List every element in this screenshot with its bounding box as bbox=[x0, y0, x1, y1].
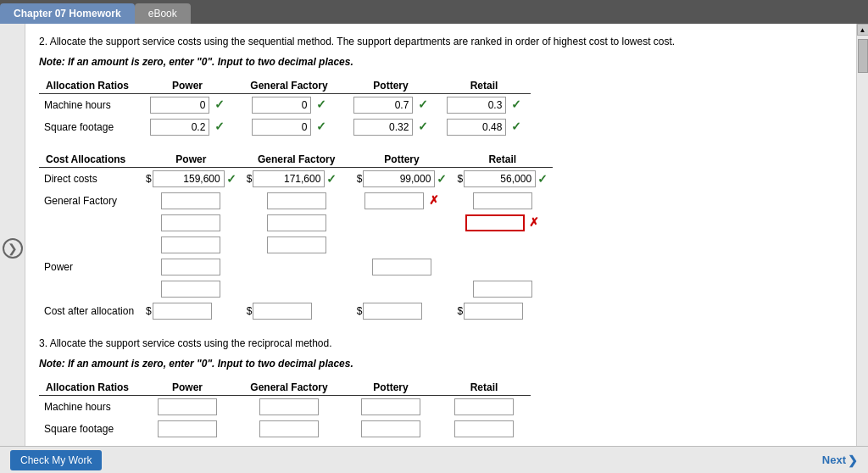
s3-input-mh-pottery[interactable] bbox=[361, 398, 420, 415]
s3-cell-mh-genfact bbox=[234, 396, 344, 419]
input-sub1-retail[interactable] bbox=[465, 214, 525, 231]
input-gf-genfact[interactable] bbox=[267, 192, 326, 209]
s3-cell-mh-retail bbox=[437, 396, 531, 419]
s3-col-power: Power bbox=[141, 380, 234, 396]
input-dc-genfact[interactable] bbox=[253, 170, 325, 187]
input-pw2-power[interactable] bbox=[161, 281, 220, 298]
input-sqft-pottery[interactable] bbox=[353, 119, 413, 136]
left-panel-toggle[interactable]: ❯ bbox=[0, 24, 25, 473]
tab-ebook-label: eBook bbox=[148, 8, 177, 19]
input-sub2-power[interactable] bbox=[161, 236, 220, 253]
cell-gf-pottery: ✗ bbox=[352, 190, 453, 212]
tab-chapter07[interactable]: Chapter 07 Homework bbox=[0, 3, 135, 24]
row-machine-hours-label: Machine hours bbox=[39, 94, 141, 117]
empty-label-3 bbox=[39, 278, 141, 300]
check-dc-power: ✓ bbox=[226, 172, 236, 186]
scroll-track bbox=[857, 36, 869, 461]
dollar-dc-retail: $ bbox=[457, 173, 463, 185]
cell-sqft-retail: ✓ bbox=[437, 116, 531, 138]
input-mh-genfact[interactable] bbox=[252, 97, 311, 114]
scroll-thumb[interactable] bbox=[858, 39, 868, 73]
s3-input-sqft-retail[interactable] bbox=[454, 420, 514, 437]
table-row: Machine hours ✓ ✓ ✓ ✓ bbox=[39, 94, 531, 117]
alloc-col-retail: Retail bbox=[437, 78, 531, 94]
cell-pw-power bbox=[141, 256, 242, 278]
s3-col-genfact: General Factory bbox=[234, 380, 344, 396]
input-pw-pottery[interactable] bbox=[372, 259, 431, 275]
section3-instruction: 3. Allocate the support service costs us… bbox=[39, 336, 843, 351]
input-dc-pottery[interactable] bbox=[363, 170, 435, 187]
input-sqft-retail[interactable] bbox=[447, 119, 506, 136]
gen-factory-label: General Factory bbox=[39, 190, 141, 212]
next-arrow-icon: ❯ bbox=[848, 454, 858, 467]
cost-col-power: Power bbox=[141, 152, 242, 168]
cell-pw2-pottery bbox=[352, 278, 453, 300]
cell-ca-power: $ bbox=[141, 300, 242, 322]
cell-dc-pottery: $ ✓ bbox=[352, 168, 453, 191]
allocation-ratios-table: Allocation Ratios Power General Factory … bbox=[39, 78, 531, 138]
x-gf-pottery: ✗ bbox=[429, 193, 439, 207]
input-pw-power[interactable] bbox=[161, 259, 220, 275]
table-row: Direct costs $ ✓ $ ✓ bbox=[39, 168, 553, 191]
alloc-col-pottery: Pottery bbox=[344, 78, 437, 94]
check-mh-pottery: ✓ bbox=[418, 97, 428, 111]
next-button[interactable]: Next ❯ bbox=[822, 454, 858, 467]
input-ca-genfact[interactable] bbox=[253, 303, 312, 320]
input-sub1-power[interactable] bbox=[161, 214, 220, 231]
section2-instruction: 2. Allocate the support service costs us… bbox=[39, 34, 843, 49]
input-sqft-power[interactable] bbox=[150, 119, 209, 136]
input-sub2-genfact[interactable] bbox=[267, 236, 326, 253]
dollar-ca-retail: $ bbox=[457, 305, 463, 317]
cell-ca-genfact: $ bbox=[242, 300, 352, 322]
row-sqft-label: Square footage bbox=[39, 116, 141, 138]
input-mh-pottery[interactable] bbox=[353, 97, 413, 114]
cell-sub1-pottery bbox=[352, 212, 453, 234]
cell-pw2-retail bbox=[452, 278, 553, 300]
s3-col-pottery: Pottery bbox=[344, 380, 437, 396]
cell-dc-retail: $ ✓ bbox=[452, 168, 553, 191]
input-mh-retail[interactable] bbox=[447, 97, 506, 114]
input-ca-power[interactable] bbox=[153, 303, 212, 320]
input-sub1-genfact[interactable] bbox=[267, 214, 326, 231]
section3-note: Note: If an amount is zero, enter "0". I… bbox=[39, 358, 843, 370]
input-sqft-genfact[interactable] bbox=[252, 119, 311, 136]
check-mh-genfact: ✓ bbox=[316, 97, 326, 111]
input-dc-power[interactable] bbox=[153, 170, 225, 187]
input-gf-pottery[interactable] bbox=[364, 192, 424, 209]
input-ca-pottery[interactable] bbox=[363, 303, 422, 320]
cell-pw-genfact bbox=[242, 256, 352, 278]
s3-input-mh-power[interactable] bbox=[158, 398, 217, 415]
s3-input-sqft-genfact[interactable] bbox=[259, 420, 319, 437]
cell-sub2-pottery bbox=[352, 234, 453, 256]
input-gf-retail[interactable] bbox=[473, 192, 532, 209]
dollar-dc-genfact: $ bbox=[247, 173, 253, 185]
bottom-bar: Check My Work Next ❯ bbox=[0, 446, 868, 473]
cell-pw2-genfact bbox=[242, 278, 352, 300]
input-dc-retail[interactable] bbox=[464, 170, 536, 187]
s3-input-mh-retail[interactable] bbox=[454, 398, 514, 415]
input-mh-power[interactable] bbox=[150, 97, 209, 114]
cell-ca-pottery: $ bbox=[352, 300, 453, 322]
check-sqft-power: ✓ bbox=[214, 120, 225, 133]
scroll-up-button[interactable]: ▲ bbox=[857, 24, 869, 36]
table-row: Cost after allocation $ $ bbox=[39, 300, 553, 322]
s3-input-sqft-pottery[interactable] bbox=[361, 420, 420, 437]
check-dc-genfact: ✓ bbox=[326, 172, 337, 186]
s3-sqft-label: Square footage bbox=[39, 418, 141, 440]
s3-input-sqft-power[interactable] bbox=[158, 420, 217, 437]
s3-cell-mh-power bbox=[141, 396, 234, 419]
scrollbar: ▲ ▼ bbox=[856, 24, 868, 473]
table-row bbox=[39, 278, 553, 300]
cost-after-label: Cost after allocation bbox=[39, 300, 141, 322]
check-my-work-button[interactable]: Check My Work bbox=[10, 450, 102, 470]
input-pw2-retail[interactable] bbox=[473, 281, 532, 298]
table-row: ✗ bbox=[39, 212, 553, 234]
dollar-dc-power: $ bbox=[146, 173, 152, 185]
s3-input-mh-genfact[interactable] bbox=[259, 398, 319, 415]
cell-ca-retail: $ bbox=[452, 300, 553, 322]
input-ca-retail[interactable] bbox=[464, 303, 523, 320]
input-gf-power[interactable] bbox=[161, 192, 220, 209]
dollar-dc-pottery: $ bbox=[357, 173, 363, 185]
tab-ebook[interactable]: eBook bbox=[135, 3, 191, 24]
cell-sqft-power: ✓ bbox=[141, 116, 234, 138]
